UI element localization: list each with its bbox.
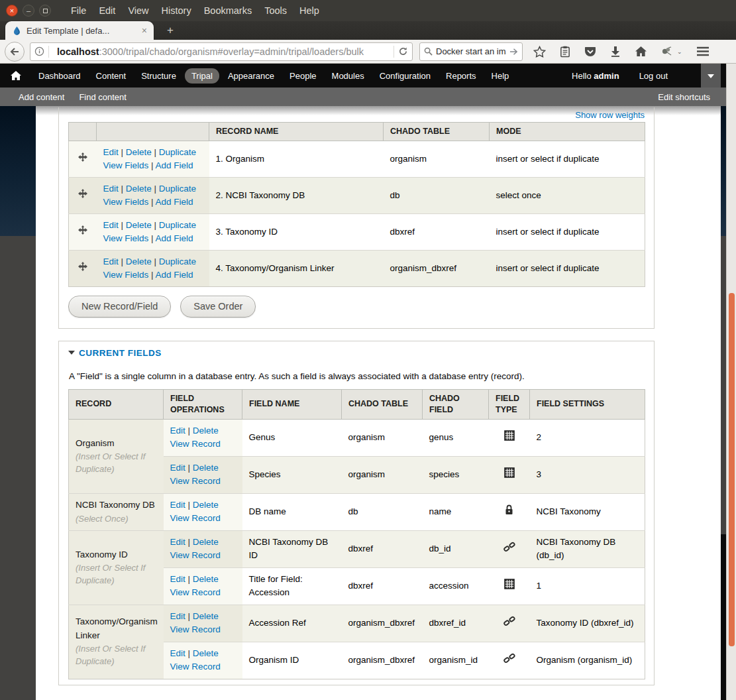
logout-link[interactable]: Log out — [639, 71, 668, 81]
add-field-link[interactable]: Add Field — [156, 270, 193, 280]
edit-link[interactable]: Edit — [103, 184, 119, 194]
delete-link[interactable]: Delete — [126, 147, 152, 157]
edit-link[interactable]: Edit — [103, 257, 119, 266]
edit-link[interactable]: Edit — [103, 147, 119, 157]
move-icon[interactable] — [78, 152, 87, 162]
admin-item-content[interactable]: Content — [89, 68, 133, 84]
add-field-link[interactable]: Add Field — [156, 197, 193, 207]
current-fields-legend[interactable]: CURRENT FIELDS — [68, 347, 645, 358]
scrollbar-track[interactable] — [726, 64, 736, 700]
view-record-link[interactable]: View Record — [170, 550, 221, 560]
view-record-link[interactable]: View Record — [170, 662, 221, 671]
delete-link[interactable]: Delete — [193, 500, 219, 510]
admin-home-icon[interactable] — [11, 71, 21, 81]
edit-link[interactable]: Edit — [170, 426, 185, 436]
move-icon[interactable] — [78, 189, 87, 198]
reload-icon[interactable] — [398, 46, 408, 56]
admin-item-help[interactable]: Help — [485, 68, 516, 84]
view-record-link[interactable]: View Record — [170, 439, 221, 449]
pocket-icon[interactable] — [584, 46, 596, 58]
add-field-link[interactable]: Add Field — [156, 233, 193, 243]
menu-icon[interactable] — [696, 46, 710, 56]
duplicate-link[interactable]: Duplicate — [159, 147, 196, 157]
star-icon[interactable] — [533, 46, 546, 58]
admin-item-people[interactable]: People — [283, 68, 323, 84]
view-fields-link[interactable]: View Fields — [103, 160, 149, 170]
shortcut-find-content[interactable]: Find content — [79, 92, 127, 102]
save-order-button[interactable]: Save Order — [180, 296, 256, 318]
info-icon[interactable] — [34, 46, 44, 56]
edit-link[interactable]: Edit — [170, 611, 185, 621]
search-input[interactable]: Docker start an image — [436, 46, 506, 56]
menu-tools[interactable]: Tools — [264, 5, 287, 16]
move-icon[interactable] — [78, 262, 87, 271]
clipboard-icon[interactable] — [560, 46, 570, 58]
arrow-right-icon[interactable] — [509, 48, 518, 56]
view-fields-link[interactable]: View Fields — [103, 197, 149, 207]
new-tab-button[interactable]: + — [160, 23, 180, 38]
scrollbar-thumb[interactable] — [729, 293, 735, 646]
edit-link[interactable]: Edit — [170, 648, 185, 658]
menu-file[interactable]: File — [71, 5, 86, 16]
menu-view[interactable]: View — [128, 5, 148, 16]
admin-item-reports[interactable]: Reports — [439, 68, 483, 84]
browser-tab[interactable]: Edit Template | defa... × — [5, 21, 154, 40]
record-row: Edit | Delete | DuplicateView Fields | A… — [69, 177, 645, 213]
delete-link[interactable]: Delete — [193, 648, 219, 658]
download-icon[interactable] — [610, 46, 621, 57]
chevron-down-icon[interactable]: ⌄ — [677, 48, 682, 55]
admin-item-appearance[interactable]: Appearance — [221, 68, 281, 84]
admin-item-configuration[interactable]: Configuration — [373, 68, 437, 84]
chado-table: organism_dbxref — [342, 605, 423, 642]
chado-table: db — [384, 177, 490, 213]
view-record-link[interactable]: View Record — [170, 513, 221, 523]
delete-link[interactable]: Delete — [193, 537, 219, 547]
menu-edit[interactable]: Edit — [99, 5, 115, 16]
edit-link[interactable]: Edit — [170, 463, 185, 473]
toolbar-toggle-button[interactable] — [701, 64, 721, 89]
menu-history[interactable]: History — [162, 5, 191, 16]
tab-close-icon[interactable]: × — [142, 25, 147, 36]
window-minimize-button[interactable]: – — [23, 5, 34, 17]
edit-link[interactable]: Edit — [170, 537, 185, 547]
delete-link[interactable]: Delete — [126, 257, 152, 266]
shortcut-add-content[interactable]: Add content — [19, 92, 64, 102]
new-record-field-button[interactable]: New Record/Field — [68, 296, 171, 318]
view-fields-link[interactable]: View Fields — [103, 270, 149, 280]
admin-item-structure[interactable]: Structure — [134, 68, 183, 84]
back-button[interactable] — [5, 42, 25, 62]
view-record-link[interactable]: View Record — [170, 624, 221, 634]
url-bar[interactable]: localhost:3000/tripal/chado/organism#ove… — [30, 42, 413, 61]
edit-shortcuts-link[interactable]: Edit shortcuts — [658, 92, 710, 102]
edit-link[interactable]: Edit — [103, 220, 119, 230]
window-close-button[interactable]: × — [6, 5, 18, 17]
duplicate-link[interactable]: Duplicate — [159, 220, 196, 230]
delete-link[interactable]: Delete — [193, 574, 219, 584]
show-row-weights-link[interactable]: Show row weights — [575, 110, 645, 120]
delete-link[interactable]: Delete — [193, 611, 219, 621]
view-fields-link[interactable]: View Fields — [103, 233, 149, 243]
move-icon[interactable] — [78, 225, 87, 235]
edit-link[interactable]: Edit — [170, 574, 185, 584]
delete-link[interactable]: Delete — [193, 426, 219, 436]
admin-item-dashboard[interactable]: Dashboard — [32, 68, 87, 84]
menu-bookmarks[interactable]: Bookmarks — [204, 5, 252, 16]
admin-item-tripal[interactable]: Tripal — [185, 68, 219, 84]
url-text[interactable]: localhost:3000/tripal/chado/organism#ove… — [57, 46, 390, 57]
home-icon[interactable] — [635, 46, 647, 57]
delete-link[interactable]: Delete — [193, 463, 219, 473]
menu-help[interactable]: Help — [299, 5, 319, 16]
search-bar[interactable]: Docker start an image — [419, 42, 523, 61]
delete-link[interactable]: Delete — [126, 184, 152, 194]
view-record-link[interactable]: View Record — [170, 476, 221, 486]
chado-field: species — [423, 456, 489, 493]
view-record-link[interactable]: View Record — [170, 587, 221, 597]
delete-link[interactable]: Delete — [126, 220, 152, 230]
duplicate-link[interactable]: Duplicate — [159, 184, 196, 194]
duplicate-link[interactable]: Duplicate — [159, 257, 196, 266]
admin-item-modules[interactable]: Modules — [325, 68, 371, 84]
add-field-link[interactable]: Add Field — [156, 160, 193, 170]
edit-link[interactable]: Edit — [170, 500, 185, 510]
addon-icon[interactable] — [661, 46, 672, 56]
window-maximize-button[interactable] — [39, 5, 51, 17]
